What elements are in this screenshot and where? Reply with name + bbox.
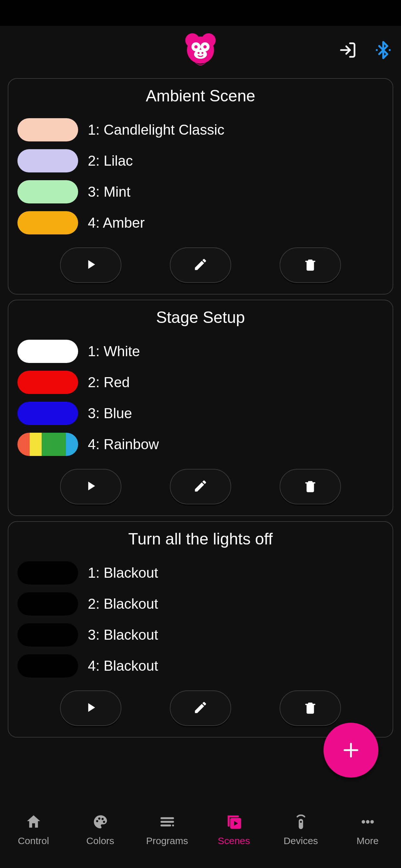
scene-row-label: 1: Candlelight Classic [88, 122, 224, 138]
scene-actions [18, 469, 383, 504]
scene-row-label: 3: Mint [88, 184, 130, 200]
scene-row[interactable]: 4: Blackout [18, 650, 383, 681]
delete-button[interactable] [280, 469, 341, 504]
color-swatch [18, 211, 78, 235]
nav-item-devices[interactable]: Devices [267, 800, 334, 858]
scene-row[interactable]: 1: Candlelight Classic [18, 114, 383, 145]
scene-row-label: 2: Red [88, 374, 130, 391]
status-bar [0, 0, 401, 26]
svg-point-17 [101, 818, 104, 820]
color-swatch [18, 592, 78, 616]
svg-point-8 [197, 52, 199, 54]
delete-button[interactable] [280, 690, 341, 726]
color-swatch [18, 433, 78, 456]
scene-row-label: 3: Blackout [88, 627, 158, 643]
play-icon [83, 257, 98, 273]
color-swatch [18, 654, 78, 678]
play-icon [83, 700, 98, 716]
svg-rect-24 [299, 819, 303, 829]
color-swatch [18, 371, 78, 394]
svg-point-11 [376, 49, 378, 51]
svg-point-18 [103, 821, 105, 823]
scene-row[interactable]: 2: Red [18, 367, 383, 398]
more-icon [358, 812, 377, 832]
remote-icon [291, 812, 311, 832]
app-root: Ambient Scene1: Candlelight Classic2: Li… [0, 0, 401, 868]
svg-point-7 [194, 50, 207, 59]
play-button[interactable] [60, 469, 121, 504]
color-swatch [18, 402, 78, 425]
svg-point-25 [300, 821, 302, 823]
login-button[interactable] [336, 39, 359, 61]
delete-icon [303, 257, 318, 273]
nav-item-more[interactable]: More [334, 800, 401, 858]
header-actions [336, 26, 395, 74]
edit-icon [193, 257, 208, 273]
scene-card: Stage Setup1: White2: Red3: Blue4: Rainb… [8, 300, 393, 516]
scene-actions [18, 690, 383, 726]
app-logo [183, 31, 218, 69]
svg-point-6 [204, 45, 207, 49]
svg-point-12 [389, 49, 391, 51]
edit-icon [193, 700, 208, 716]
scene-row[interactable]: 2: Blackout [18, 588, 383, 619]
scene-row[interactable]: 3: Blue [18, 398, 383, 429]
color-swatch [18, 623, 78, 647]
scene-actions [18, 247, 383, 283]
nav-item-programs[interactable]: Programs [134, 800, 201, 858]
scene-row[interactable]: 3: Blackout [18, 619, 383, 650]
nav-item-scenes[interactable]: Scenes [201, 800, 267, 858]
scene-title: Stage Setup [18, 308, 383, 327]
svg-point-27 [366, 820, 369, 824]
list-icon [158, 812, 177, 832]
scene-card: Turn all the lights off1: Blackout2: Bla… [8, 521, 393, 738]
add-scene-fab[interactable] [323, 723, 378, 778]
scene-title: Ambient Scene [18, 87, 383, 105]
bluetooth-button[interactable] [372, 39, 395, 61]
app-header [0, 26, 401, 74]
play-button[interactable] [60, 247, 121, 283]
play-button[interactable] [60, 690, 121, 726]
svg-point-15 [96, 820, 98, 822]
home-icon [24, 812, 43, 832]
delete-icon [303, 478, 318, 495]
scene-row-label: 4: Amber [88, 215, 145, 231]
scene-row-label: 1: White [88, 343, 140, 360]
scene-row[interactable]: 4: Rainbow [18, 429, 383, 460]
scene-row[interactable]: 1: Blackout [18, 557, 383, 588]
nav-label: Control [18, 835, 49, 846]
nav-label: Programs [146, 835, 188, 846]
edit-button[interactable] [170, 469, 231, 504]
nav-label: Devices [283, 835, 318, 846]
color-swatch [18, 340, 78, 363]
svg-point-5 [194, 45, 197, 49]
nav-item-colors[interactable]: Colors [67, 800, 134, 858]
scenes-icon [224, 812, 244, 832]
svg-point-16 [98, 817, 100, 820]
delete-button[interactable] [280, 247, 341, 283]
svg-point-28 [370, 820, 374, 824]
scene-row-label: 1: Blackout [88, 565, 158, 581]
delete-icon [303, 700, 318, 716]
edit-button[interactable] [170, 247, 231, 283]
scene-row[interactable]: 3: Mint [18, 176, 383, 207]
nav-label: Scenes [218, 835, 250, 846]
edit-button[interactable] [170, 690, 231, 726]
scene-card: Ambient Scene1: Candlelight Classic2: Li… [8, 78, 393, 294]
scene-row[interactable]: 1: White [18, 336, 383, 367]
svg-point-9 [202, 52, 204, 54]
edit-icon [193, 478, 208, 495]
scene-row[interactable]: 2: Lilac [18, 145, 383, 176]
color-swatch [18, 118, 78, 142]
palette-icon [91, 812, 110, 832]
svg-point-22 [172, 825, 174, 826]
color-swatch [18, 180, 78, 204]
scenes-list: Ambient Scene1: Candlelight Classic2: Li… [0, 74, 401, 800]
nav-label: Colors [86, 835, 114, 846]
scene-row-label: 2: Lilac [88, 153, 133, 169]
nav-item-control[interactable]: Control [0, 800, 67, 858]
scene-row[interactable]: 4: Amber [18, 207, 383, 238]
bottom-nav: ControlColorsProgramsScenesDevicesMore [0, 800, 401, 868]
color-swatch [18, 149, 78, 173]
scene-row-label: 3: Blue [88, 405, 132, 422]
